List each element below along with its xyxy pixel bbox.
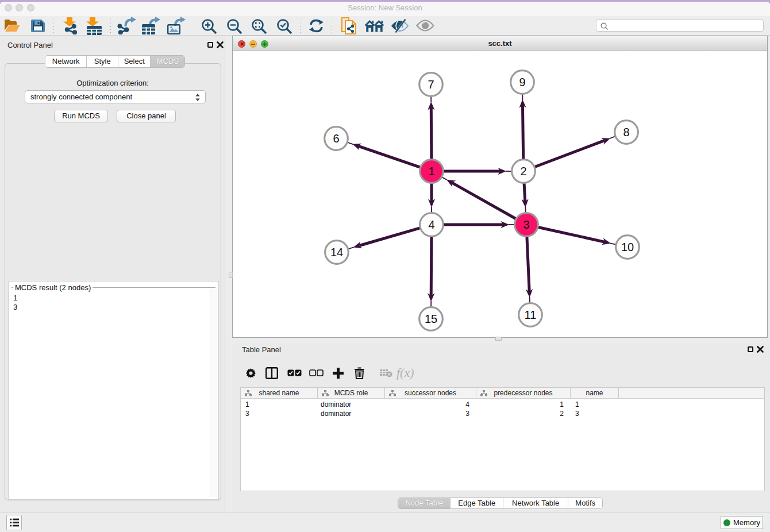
svg-text:10: 10 [621,241,634,253]
svg-text:15: 15 [425,313,437,325]
svg-text:7: 7 [428,78,434,91]
svg-text:14: 14 [330,246,343,259]
svg-text:4: 4 [428,218,434,231]
svg-text:9: 9 [519,76,525,88]
svg-text:2: 2 [520,165,526,178]
svg-text:3: 3 [523,218,529,231]
svg-text:6: 6 [333,132,339,145]
svg-text:8: 8 [623,126,629,138]
svg-text:1: 1 [428,165,434,178]
svg-text:11: 11 [525,309,537,321]
